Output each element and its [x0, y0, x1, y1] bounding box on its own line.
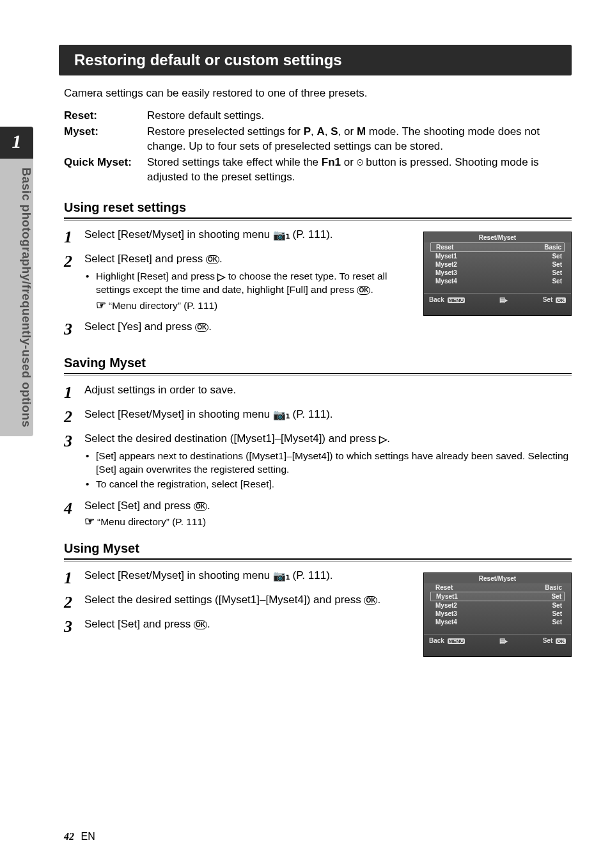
- menu-illustration-column: Reset/Myset Reset Basic Myset1 Set Myset…: [423, 569, 572, 666]
- menu-back: Back MENU: [429, 296, 465, 303]
- step-number: 2: [64, 593, 84, 611]
- menu-row-value: Set: [552, 278, 562, 285]
- ok-button-icon: OK: [206, 255, 219, 264]
- definition-desc: Restore default settings.: [147, 109, 572, 123]
- menu-row-label: Myset4: [435, 278, 457, 285]
- menu-row-label: Myset4: [435, 619, 457, 626]
- section-using-body: 1 Select [Reset/Myset] in shooting menu …: [64, 569, 572, 666]
- menu-illustration-column: Reset/Myset Reset Basic Myset1 Set Myset…: [423, 228, 572, 325]
- ok-badge-icon: OK: [556, 297, 566, 303]
- text: “Menu directory” (P. 111): [97, 516, 206, 528]
- pointer-icon: ☞: [84, 514, 93, 529]
- mode-s: S: [331, 125, 338, 138]
- mode-a: A: [317, 125, 325, 138]
- step: 4 Select [Set] and press OK. ☞ “Menu dir…: [64, 499, 572, 529]
- definition-list: Reset: Restore default settings. Myset: …: [64, 109, 572, 185]
- menu-rows: Reset Basic Myset1 Set Myset2 Set Myset3…: [424, 242, 571, 285]
- text: “Menu directory” (P. 111): [109, 299, 217, 312]
- text: Select [Reset/Myset] in shooting menu: [84, 569, 273, 581]
- definition-term: Myset:: [64, 125, 147, 154]
- mode-m: M: [357, 125, 366, 138]
- menu-row-label: Myset2: [435, 602, 457, 609]
- mode-p: P: [304, 125, 311, 138]
- text: Back: [429, 296, 444, 303]
- text: .: [387, 432, 390, 445]
- step-body: Select the desired destination ([Myset1]…: [84, 432, 572, 493]
- ok-button-icon: OK: [194, 502, 207, 511]
- ok-button-icon: OK: [364, 596, 377, 605]
- definition-desc: Stored settings take effect while the Fn…: [147, 155, 572, 185]
- menu-set-ok: Set OK: [543, 296, 566, 303]
- text: Select [Set] and press: [84, 618, 194, 630]
- step-number: 2: [64, 252, 84, 313]
- section-heading-reset: Using reset settings: [64, 200, 572, 219]
- definition-term: Reset:: [64, 109, 147, 123]
- fn1-label: Fn1: [322, 156, 341, 168]
- page-heading: Restoring default or custom settings: [59, 45, 572, 75]
- text: Select [Set] and press: [84, 500, 194, 512]
- text: Select the desired settings ([Myset1]–[M…: [84, 594, 364, 606]
- camera-menu-icon: 📷₁: [273, 229, 290, 242]
- step-sublist: Highlight [Reset] and press ▷ to choose …: [84, 270, 408, 297]
- menu-row: Myset2 Set: [430, 260, 565, 269]
- menu-row-label: Myset1: [435, 253, 457, 260]
- list-item: To cancel the registration, select [Rese…: [96, 478, 572, 491]
- section-heading-using: Using Myset: [64, 541, 572, 560]
- step: 3 Select [Set] and press OK.: [64, 617, 408, 635]
- text: Restore preselected settings for: [147, 125, 304, 138]
- text: .: [370, 284, 373, 295]
- menu-row: Myset3 Set: [430, 610, 565, 618]
- menu-row: Myset2 Set: [430, 601, 565, 610]
- menu-row-label: Reset: [436, 244, 453, 251]
- text: Highlight [Reset] and press: [96, 271, 217, 281]
- menu-row: Myset1 Set: [430, 252, 565, 260]
- menu-footer: Back MENU ▤▸ Set OK: [424, 634, 571, 645]
- chevron-right-icon: ▸: [505, 297, 508, 303]
- side-tab-label: Basic photography/frequently-used option…: [0, 159, 33, 436]
- text: (P. 111).: [290, 408, 333, 420]
- step: 1 Select [Reset/Myset] in shooting menu …: [64, 569, 408, 587]
- text: Select [Reset] and press: [84, 253, 206, 265]
- menu-center-icon: ▤▸: [499, 296, 508, 303]
- text: Select [Reset/Myset] in shooting menu: [84, 228, 273, 241]
- cross-reference: ☞ “Menu directory” (P. 111): [96, 298, 408, 313]
- menu-row-label: Reset: [435, 584, 453, 591]
- step: 2 Select the desired settings ([Myset1]–…: [64, 593, 408, 611]
- dpad-right-icon: ▷: [217, 270, 225, 284]
- menu-badge-icon: MENU: [448, 297, 465, 303]
- pointer-icon: ☞: [96, 298, 105, 313]
- text: (P. 111).: [290, 569, 333, 581]
- step: 3 Select [Yes] and press OK.: [64, 320, 408, 338]
- chapter-number: 1: [0, 127, 33, 159]
- text: .: [207, 618, 210, 630]
- step-body: Adjust settings in order to save.: [84, 383, 572, 401]
- dpad-right-icon: ▷: [379, 433, 387, 446]
- step-body: Select the desired settings ([Myset1]–[M…: [84, 593, 408, 611]
- section-reset-body: 1 Select [Reset/Myset] in shooting menu …: [64, 228, 572, 344]
- menu-row-label: Myset2: [435, 261, 457, 268]
- camera-menu-panel: Reset/Myset Reset Basic Myset1 Set Myset…: [423, 572, 572, 657]
- step-body: Select [Set] and press OK.: [84, 617, 408, 635]
- menu-badge-icon: MENU: [448, 638, 465, 644]
- menu-row-value: Set: [551, 593, 561, 600]
- menu-center-icon: ▤▸: [499, 637, 508, 644]
- menu-row-value: Basic: [545, 584, 562, 591]
- step-sublist: [Set] appears next to destinations ([Mys…: [84, 450, 572, 491]
- step: 3 Select the desired destination ([Myset…: [64, 432, 572, 493]
- step-number: 3: [64, 617, 84, 635]
- menu-row: Myset3 Set: [430, 269, 565, 277]
- step-body: Select [Reset/Myset] in shooting menu 📷₁…: [84, 407, 572, 425]
- text: Set: [543, 296, 553, 303]
- menu-back: Back MENU: [429, 637, 465, 644]
- menu-footer: Back MENU ▤▸ Set OK: [424, 293, 571, 304]
- text: Select [Yes] and press: [84, 320, 195, 333]
- page-footer: 42 EN: [64, 831, 95, 842]
- step-number: 3: [64, 432, 84, 493]
- step-body: Select [Reset] and press OK. Highlight […: [84, 252, 408, 313]
- text: (P. 111).: [290, 228, 333, 241]
- ok-button-icon: OK: [357, 286, 370, 295]
- ok-badge-icon: OK: [556, 638, 566, 644]
- definition-row: Reset: Restore default settings.: [64, 109, 572, 123]
- ok-button-icon: OK: [195, 323, 208, 332]
- text: .: [377, 594, 380, 606]
